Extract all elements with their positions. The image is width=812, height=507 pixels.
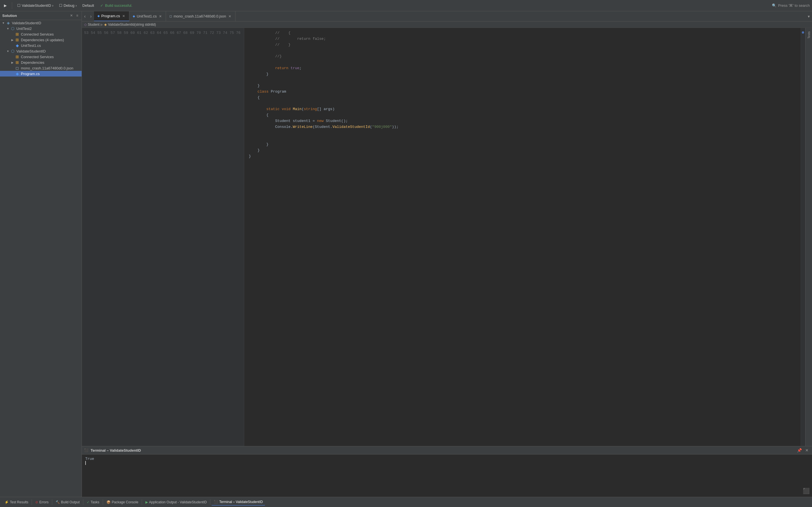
json-file-icon: ◻	[15, 66, 20, 70]
tree-node-unittest2[interactable]: ▼ ⬡ UnitTest2	[0, 26, 81, 31]
run-icon: ▶	[4, 3, 7, 8]
terminal-title: Terminal – ValidateStudentID	[91, 448, 141, 453]
tree-label: Program.cs	[21, 72, 81, 76]
terminal-output-text: True	[85, 457, 94, 461]
terminal-content[interactable]: True ⬛	[82, 454, 812, 497]
tests-panel-label[interactable]: Tests	[807, 30, 811, 40]
breadcrumb: ◇ Student ▶ ◈ ValidateStudentId(string s…	[82, 21, 812, 28]
tree-node-connected-services-2[interactable]: ⊞ Connected Services	[0, 54, 81, 60]
run-button[interactable]: ▶	[2, 2, 8, 9]
breadcrumb-sep: ▶	[101, 22, 103, 26]
tree-node-mono-crash[interactable]: ◻ mono_crash.11a67480d0.0.json	[0, 65, 81, 71]
status-app-output[interactable]: ▶ Application Output - ValidateStudentID	[143, 499, 209, 505]
breadcrumb-student[interactable]: Student	[88, 22, 99, 26]
app-output-icon: ▶	[146, 500, 148, 504]
tree-label: ValidateStudentID	[12, 21, 81, 25]
breadcrumb-icon2: ◈	[104, 22, 107, 26]
check-circle-icon: ✓	[100, 3, 103, 8]
breadcrumb-method[interactable]: ValidateStudentId(string stdntld)	[108, 22, 156, 26]
file-cs-icon: ◆	[15, 43, 20, 48]
terminal-output-line: True	[85, 457, 809, 461]
status-bar: ⚡ Test Results ⊘ Errors 🔨 Build Output ✓…	[0, 497, 812, 507]
tasks-icon: ✓	[87, 500, 90, 504]
project-icon: ⬡	[10, 26, 15, 31]
toggle-icon: ▼	[6, 50, 10, 53]
main-area: Solution ✕ ≡ ▼ ◈ ValidateStudentID ▼ ⬡ U…	[0, 11, 812, 497]
tree-label: UnitTest1.cs	[21, 44, 81, 48]
chevron-right-icon2: ›	[76, 3, 77, 8]
build-output-icon: 🔨	[56, 500, 60, 504]
status-errors[interactable]: ⊘ Errors	[33, 499, 51, 505]
tab-label: Program.cs	[101, 14, 120, 18]
terminal-pin-btn[interactable]: 📌	[796, 447, 803, 453]
toolbar-separator	[12, 2, 12, 9]
terminal-header: ⬛ Terminal – ValidateStudentID 📌 ✕	[82, 446, 812, 454]
tab-close-btn[interactable]: ✕	[122, 14, 126, 18]
code-editor[interactable]: // { // return false; // } //} return tr…	[244, 28, 801, 446]
tree-node-dependencies-2[interactable]: ▶ ⊞ Dependencies	[0, 60, 81, 65]
tree-node-program-cs[interactable]: ◆ Program.cs	[0, 71, 81, 76]
terminal-close-btn[interactable]: ✕	[804, 447, 810, 453]
breadcrumb-icon: ◇	[84, 22, 87, 26]
terminal-cursor-line	[85, 461, 809, 465]
solution-tree: ▼ ◈ ValidateStudentID ▼ ⬡ UnitTest2 ⊞ Co…	[0, 20, 81, 76]
gutter-marker	[802, 31, 804, 34]
errors-label: Errors	[39, 500, 49, 504]
status-tasks[interactable]: ✓ Tasks	[84, 499, 102, 505]
tab-close-btn3[interactable]: ✕	[228, 14, 232, 18]
terminal-panel: ⬛ Terminal – ValidateStudentID 📌 ✕ True …	[82, 446, 812, 497]
debug-icon: ☐	[59, 3, 62, 8]
status-test-results[interactable]: ⚡ Test Results	[2, 499, 31, 505]
tree-node-root[interactable]: ▼ ◈ ValidateStudentID	[0, 20, 81, 26]
sidebar-header: Solution ✕ ≡	[0, 11, 81, 20]
tree-node-dependencies-1[interactable]: ▶ ⊞ Dependencies (4 updates)	[0, 37, 81, 43]
tab-cs2-icon: ◆	[133, 14, 135, 18]
sidebar-settings-btn[interactable]: ≡	[75, 13, 79, 18]
tree-node-validatestudentid[interactable]: ▼ ⬡ ValidateStudentID	[0, 48, 81, 54]
tree-node-unittest1cs[interactable]: ◆ UnitTest1.cs	[0, 43, 81, 48]
project-name-label: ValidateStudentID	[22, 3, 51, 8]
tab-next-btn[interactable]: ›	[88, 11, 94, 21]
connected-services-icon: ⊞	[15, 32, 20, 37]
status-sep5	[142, 499, 142, 505]
test-results-label: Test Results	[10, 500, 28, 504]
tabs-bar: ‹ › ◆ Program.cs ✕ ◆ UnitTest1.cs ✕ ◻ mo…	[82, 11, 812, 21]
tab-label3: mono_crash.11a67480d0.0.json	[174, 14, 226, 18]
errors-icon: ⊘	[35, 500, 38, 504]
terminal-cursor	[85, 461, 86, 465]
terminal-status-icon: ⬛	[214, 500, 218, 504]
dependencies2-icon: ⊞	[15, 60, 20, 65]
tree-label: mono_crash.11a67480d0.0.json	[21, 66, 81, 70]
editor-area: 53 54 55 56 57 58 59 60 61 62 63 64 65 6…	[82, 28, 805, 446]
terminal-controls: 📌 ✕	[796, 447, 810, 453]
search-hint: Press '⌘' to search	[778, 3, 810, 8]
tree-node-connected-services-1[interactable]: ⊞ Connected Services	[0, 31, 81, 37]
tab-cs-icon: ◆	[98, 14, 100, 18]
tab-unittest1-cs[interactable]: ◆ UnitTest1.cs ✕	[129, 11, 166, 21]
tree-label: Connected Services	[21, 32, 81, 37]
package-icon: 📦	[106, 500, 111, 504]
solution-label: Solution	[2, 13, 17, 18]
project-name-btn[interactable]: ☐ ValidateStudentID ›	[15, 2, 55, 9]
test-results-icon: ⚡	[4, 500, 9, 504]
sidebar-collapse-btn[interactable]: ✕	[69, 13, 74, 18]
tasks-label: Tasks	[91, 500, 99, 504]
status-package-console[interactable]: 📦 Package Console	[104, 499, 140, 505]
build-status-text: Build successful.	[105, 3, 132, 8]
tree-label: Connected Services	[21, 55, 81, 59]
search-area[interactable]: 🔍 Press '⌘' to search	[772, 3, 810, 8]
terminal-icon-btn[interactable]: ⬛	[803, 488, 810, 495]
build-status: ✓ Build successful.	[100, 3, 132, 8]
default-btn[interactable]: Default	[81, 2, 96, 9]
tab-overflow-btn[interactable]: ▾	[806, 11, 812, 21]
config-btn[interactable]: ☐ Debug ›	[57, 2, 78, 9]
tab-mono-crash[interactable]: ◻ mono_crash.11a67480d0.0.json ✕	[166, 11, 235, 21]
status-build-output[interactable]: 🔨 Build Output	[53, 499, 82, 505]
default-label: Default	[82, 3, 94, 8]
tab-close-btn2[interactable]: ✕	[158, 14, 162, 18]
tab-program-cs[interactable]: ◆ Program.cs ✕	[94, 11, 129, 21]
cs-file-icon: ◆	[15, 71, 20, 76]
status-terminal[interactable]: ⬛ Terminal – ValidateStudentID	[212, 499, 265, 506]
tab-json-icon: ◻	[169, 14, 172, 18]
tab-prev-btn[interactable]: ‹	[82, 11, 88, 21]
